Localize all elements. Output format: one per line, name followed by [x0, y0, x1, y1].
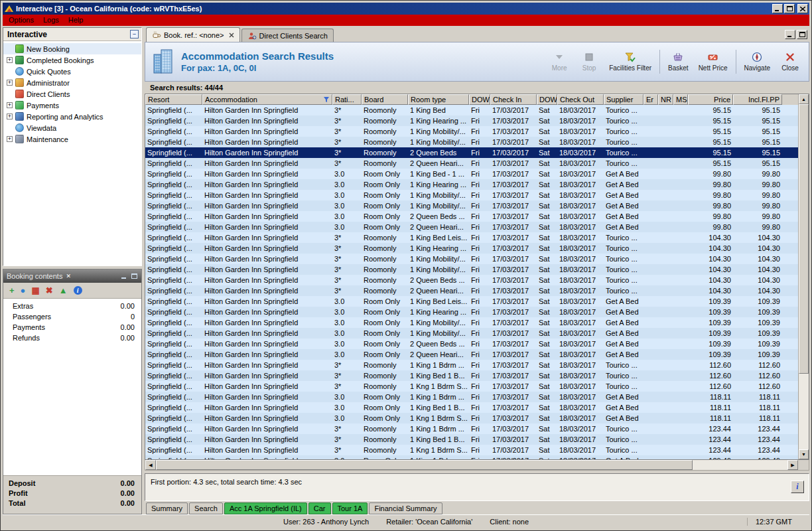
- booking-contents-close-icon[interactable]: ✕: [66, 273, 71, 279]
- sidebar-item-new-booking[interactable]: New Booking: [3, 43, 141, 54]
- table-row[interactable]: Springfield (...Hilton Garden Inn Spring…: [145, 147, 798, 158]
- booking-contents-minimize-icon[interactable]: [120, 273, 128, 280]
- table-row[interactable]: Springfield (...Hilton Garden Inn Spring…: [145, 232, 798, 243]
- sidebar-item-administrator[interactable]: +Administrator: [3, 77, 141, 88]
- column-header-rati-2[interactable]: Rati...: [332, 94, 362, 105]
- column-header-check-in-6[interactable]: Check In: [490, 94, 537, 105]
- panel-restore-button[interactable]: [797, 30, 807, 39]
- booking-contents-row[interactable]: Extras0.00: [3, 301, 141, 311]
- table-row[interactable]: Springfield (...Hilton Garden Inn Spring…: [145, 243, 798, 254]
- column-header-room-type-4[interactable]: Room type: [408, 94, 469, 105]
- export-icon[interactable]: ▲: [59, 286, 68, 295]
- booking-contents-row[interactable]: Passengers0: [3, 311, 141, 322]
- expander-icon[interactable]: +: [7, 114, 13, 119]
- scroll-up-icon[interactable]: ▲: [799, 94, 809, 104]
- bottom-tab-search[interactable]: Search: [189, 502, 223, 514]
- table-row[interactable]: Springfield (...Hilton Garden Inn Spring…: [145, 158, 798, 169]
- table-row[interactable]: Springfield (...Hilton Garden Inn Spring…: [145, 254, 798, 264]
- vertical-scrollbar[interactable]: ▲ ▼: [798, 94, 809, 459]
- table-row[interactable]: Springfield (...Hilton Garden Inn Spring…: [145, 137, 798, 147]
- close-button[interactable]: Close: [777, 50, 803, 73]
- scroll-left-icon[interactable]: ◀: [145, 460, 156, 470]
- panel-minimize-button[interactable]: [785, 30, 795, 39]
- sidebar-item-direct-clients[interactable]: Direct Clients: [3, 88, 141, 100]
- info-button[interactable]: i: [791, 481, 804, 493]
- assign-icon[interactable]: ▦: [31, 286, 39, 295]
- horizontal-scrollbar[interactable]: ◀ ▶: [145, 460, 809, 471]
- table-row[interactable]: Springfield (...Hilton Garden Inn Spring…: [145, 307, 798, 317]
- nett-price-button[interactable]: Nett Price: [695, 50, 731, 73]
- table-row[interactable]: Springfield (...Hilton Garden Inn Spring…: [145, 200, 798, 211]
- navigate-button[interactable]: Navigate: [741, 50, 774, 73]
- vertical-scroll-track[interactable]: [799, 104, 809, 449]
- column-header-supplier-9[interactable]: Supplier: [604, 94, 643, 105]
- table-row[interactable]: Springfield (...Hilton Garden Inn Spring…: [145, 105, 798, 115]
- column-header-accommodation-1[interactable]: Accommodation: [202, 94, 332, 105]
- column-header-dow-7[interactable]: DOW: [537, 94, 557, 105]
- tab-book-ref-none[interactable]: Book. ref.: <none>: [146, 27, 240, 42]
- table-row[interactable]: Springfield (...Hilton Garden Inn Spring…: [145, 169, 798, 179]
- panel-collapse-icon[interactable]: –: [130, 30, 139, 38]
- table-row[interactable]: Springfield (...Hilton Garden Inn Spring…: [145, 190, 798, 200]
- menu-item-help[interactable]: Help: [64, 15, 89, 25]
- table-row[interactable]: Springfield (...Hilton Garden Inn Spring…: [145, 211, 798, 222]
- add-icon[interactable]: +: [9, 286, 15, 295]
- table-row[interactable]: Springfield (...Hilton Garden Inn Spring…: [145, 381, 798, 392]
- vertical-scroll-thumb[interactable]: [799, 104, 809, 374]
- booking-contents-row[interactable]: Refunds0.00: [3, 333, 141, 343]
- menu-item-options[interactable]: Options: [5, 15, 39, 25]
- bottom-tab-summary[interactable]: Summary: [146, 502, 188, 514]
- column-header-er-10[interactable]: Er: [643, 94, 658, 105]
- sidebar-item-payments[interactable]: +Payments: [3, 100, 141, 111]
- horizontal-scroll-thumb[interactable]: [156, 460, 693, 470]
- bottom-tab-car[interactable]: Car: [308, 502, 331, 514]
- bottom-tab-tour-1a[interactable]: Tour 1A: [332, 502, 368, 514]
- table-row[interactable]: Springfield (...Hilton Garden Inn Spring…: [145, 328, 798, 339]
- sidebar-item-maintenance[interactable]: +Maintenance: [3, 133, 141, 145]
- table-row[interactable]: Springfield (...Hilton Garden Inn Spring…: [145, 264, 798, 275]
- basket-button[interactable]: Basket: [665, 50, 692, 73]
- expander-icon[interactable]: +: [7, 136, 13, 142]
- restore-button[interactable]: [784, 4, 795, 13]
- table-row[interactable]: Springfield (...Hilton Garden Inn Spring…: [145, 222, 798, 232]
- table-row[interactable]: Springfield (...Hilton Garden Inn Spring…: [145, 423, 798, 434]
- scroll-down-icon[interactable]: ▼: [799, 449, 809, 459]
- table-row[interactable]: Springfield (...Hilton Garden Inn Spring…: [145, 115, 798, 126]
- table-row[interactable]: Springfield (...Hilton Garden Inn Spring…: [145, 339, 798, 349]
- table-row[interactable]: Springfield (...Hilton Garden Inn Spring…: [145, 275, 798, 285]
- table-row[interactable]: Springfield (...Hilton Garden Inn Spring…: [145, 392, 798, 402]
- facilities-filter-button[interactable]: Facilities Filter: [606, 50, 655, 73]
- column-header-dow-5[interactable]: DOW: [469, 94, 490, 105]
- table-row[interactable]: Springfield (...Hilton Garden Inn Spring…: [145, 434, 798, 445]
- table-row[interactable]: Springfield (...Hilton Garden Inn Spring…: [145, 317, 798, 328]
- table-row[interactable]: Springfield (...Hilton Garden Inn Spring…: [145, 360, 798, 370]
- sidebar-item-quick-quotes[interactable]: Quick Quotes: [3, 66, 141, 77]
- expander-icon[interactable]: +: [7, 102, 13, 108]
- table-row[interactable]: Springfield (...Hilton Garden Inn Spring…: [145, 126, 798, 137]
- horizontal-scroll-track[interactable]: [156, 460, 787, 470]
- table-row[interactable]: Springfield (...Hilton Garden Inn Spring…: [145, 455, 798, 459]
- tab-direct-clients-search[interactable]: Direct Clients Search: [241, 29, 334, 42]
- table-row[interactable]: Springfield (...Hilton Garden Inn Spring…: [145, 285, 798, 296]
- tab-close-icon[interactable]: [229, 33, 234, 38]
- table-row[interactable]: Springfield (...Hilton Garden Inn Spring…: [145, 402, 798, 413]
- column-header-resort-0[interactable]: Resort: [145, 94, 202, 105]
- table-row[interactable]: Springfield (...Hilton Garden Inn Spring…: [145, 296, 798, 307]
- column-header-price-13[interactable]: Price: [688, 94, 733, 105]
- bottom-tab-acc-1a-springfield-il[interactable]: Acc 1A Springfield (IL): [224, 502, 307, 514]
- expander-icon[interactable]: +: [7, 80, 13, 86]
- expander-icon[interactable]: +: [7, 57, 13, 63]
- table-row[interactable]: Springfield (...Hilton Garden Inn Spring…: [145, 445, 798, 455]
- table-row[interactable]: Springfield (...Hilton Garden Inn Spring…: [145, 370, 798, 381]
- column-header-nr-11[interactable]: NR: [658, 94, 673, 105]
- booking-contents-restore-icon[interactable]: [130, 273, 138, 280]
- close-window-button[interactable]: [797, 4, 808, 13]
- scroll-right-icon[interactable]: ▶: [787, 460, 798, 470]
- column-header-incl-fl-pp-14[interactable]: Incl.Fl.PP: [733, 94, 782, 105]
- bottom-tab-financial-summary[interactable]: Financial Summary: [369, 502, 442, 514]
- table-row[interactable]: Springfield (...Hilton Garden Inn Spring…: [145, 179, 798, 190]
- history-icon[interactable]: ●: [21, 286, 26, 295]
- info-icon[interactable]: i: [74, 286, 82, 295]
- booking-contents-row[interactable]: Payments0.00: [3, 322, 141, 333]
- sidebar-item-reporting-and-analytics[interactable]: +Reporting and Analytics: [3, 111, 141, 122]
